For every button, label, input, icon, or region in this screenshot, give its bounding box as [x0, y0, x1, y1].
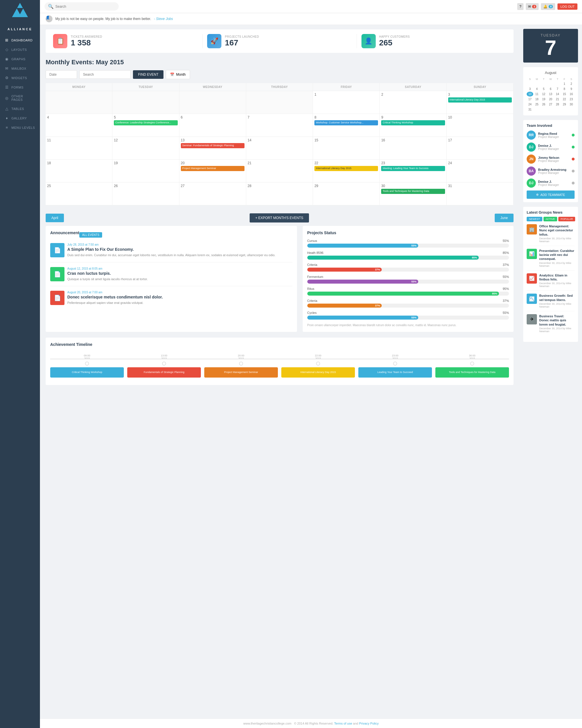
mini-cal-day[interactable]: 17 — [527, 97, 533, 102]
mini-cal-day[interactable]: 1 — [561, 81, 568, 86]
calendar-cell[interactable]: 19 — [112, 160, 179, 182]
calendar-cell[interactable]: 20Project Management Seminar — [179, 160, 246, 182]
mini-cal-day[interactable]: 14 — [554, 92, 561, 97]
calendar-cell[interactable]: 25 — [46, 182, 112, 205]
calendar-cell[interactable]: 8Workshop: Customer Service Workshop... — [313, 114, 380, 137]
mini-cal-day[interactable]: 20 — [547, 97, 554, 102]
terms-link[interactable]: Terms of use — [334, 722, 352, 725]
mini-cal-day[interactable]: 4 — [533, 86, 540, 92]
date-input[interactable] — [46, 70, 77, 79]
calendar-cell[interactable]: 21 — [246, 160, 313, 182]
mini-cal-day[interactable]: 29 — [561, 102, 568, 107]
add-teammate-button[interactable]: ⊕ ADD TEAMMATE — [527, 190, 575, 199]
calendar-cell[interactable]: 2 — [380, 91, 446, 114]
calendar-cell[interactable]: 14 — [246, 137, 313, 160]
mini-cal-day[interactable]: 24 — [527, 102, 533, 107]
calendar-event[interactable]: Tools and Techniques for Mastering Data — [381, 189, 445, 194]
calendar-cell[interactable]: 4 — [46, 114, 112, 137]
privacy-link[interactable]: Privacy Policy — [359, 722, 379, 725]
calendar-cell[interactable]: 7 — [246, 114, 313, 137]
mini-cal-day[interactable]: 12 — [541, 92, 547, 97]
mini-cal-day[interactable]: 3 — [527, 86, 533, 92]
calendar-cell[interactable]: 11 — [46, 137, 112, 160]
calendar-cell[interactable]: 5Conference: Leadership Strategies Confe… — [112, 114, 179, 137]
mini-cal-day[interactable]: 30 — [568, 102, 575, 107]
calendar-cell[interactable]: 30Tools and Techniques for Mastering Dat… — [380, 182, 446, 205]
calendar-event[interactable]: Workshop: Customer Service Workshop... — [314, 120, 378, 125]
calendar-cell[interactable]: 17 — [447, 137, 514, 160]
sidebar-item-graphs[interactable]: ◉GRAPHS — [0, 54, 40, 64]
news-tab-popular[interactable]: POPULAR — [558, 217, 575, 222]
calendar-event[interactable]: International Literacy Day 2015 — [448, 97, 512, 103]
mini-cal-day[interactable]: 22 — [561, 97, 568, 102]
calendar-event[interactable]: Meeting: Leading Your Team to Success — [381, 166, 445, 171]
mini-cal-day[interactable]: 28 — [554, 102, 561, 107]
mini-cal-day[interactable]: 25 — [533, 102, 540, 107]
prev-month-button[interactable]: April — [46, 214, 64, 222]
calendar-cell[interactable]: 6 — [179, 114, 246, 137]
calendar-cell[interactable]: 24 — [447, 160, 514, 182]
mini-cal-day[interactable]: 13 — [547, 92, 554, 97]
news-tab-newest[interactable]: NEWEST — [527, 217, 542, 222]
calendar-cell[interactable]: 27 — [179, 182, 246, 205]
calendar-event[interactable]: International Literacy Day 2015 — [314, 166, 378, 171]
sidebar-item-forms[interactable]: ☰FORMS — [0, 82, 40, 92]
mini-cal-day[interactable]: 23 — [568, 97, 575, 102]
sidebar-item-widgets[interactable]: ⚙WIDGETS — [0, 73, 40, 82]
help-button[interactable]: ? — [517, 3, 524, 10]
mini-cal-day[interactable]: 9 — [568, 86, 575, 92]
calendar-cell[interactable]: 13Seminar: Fundamentals of Strategic Pla… — [179, 137, 246, 160]
calendar-event[interactable]: Project Management Seminar — [181, 166, 245, 171]
mini-cal-day[interactable]: 21 — [554, 97, 561, 102]
calendar-cell[interactable] — [246, 91, 313, 114]
calendar-cell[interactable]: 28 — [246, 182, 313, 205]
mini-cal-day[interactable]: 15 — [561, 92, 568, 97]
calendar-cell[interactable] — [179, 91, 246, 114]
mini-cal-day[interactable]: 7 — [554, 86, 561, 92]
mini-cal-day[interactable]: 10 — [527, 92, 533, 97]
calendar-cell[interactable]: 10 — [447, 114, 514, 137]
mini-cal-day[interactable]: 5 — [541, 86, 547, 92]
export-button[interactable]: + EXPORT MONTH'S EVENTS — [250, 213, 309, 223]
mini-cal-day[interactable]: 18 — [533, 97, 540, 102]
mini-cal-day[interactable]: 27 — [547, 102, 554, 107]
mini-cal-day[interactable]: 19 — [541, 97, 547, 102]
logout-button[interactable]: LOG OUT — [557, 3, 577, 10]
mini-cal-day[interactable]: 31 — [527, 107, 533, 112]
calendar-event[interactable]: Conference: Leadership Strategies Confer… — [114, 120, 177, 125]
sidebar-item-menu-levels[interactable]: ≡MENU LEVELS — [0, 123, 40, 132]
mini-cal-day[interactable]: 26 — [541, 102, 547, 107]
sidebar-item-layouts[interactable]: ◇LAYOUTS — [0, 45, 40, 54]
calendar-event[interactable]: Critical Thinking Workshop — [381, 120, 445, 125]
sidebar-item-gallery[interactable]: ♦GALLERY — [0, 113, 40, 123]
search-input[interactable] — [55, 5, 115, 8]
calendar-cell[interactable]: 23Meeting: Leading Your Team to Success — [380, 160, 446, 182]
calendar-cell[interactable]: 22International Literacy Day 2015 — [313, 160, 380, 182]
calendar-cell[interactable]: 9Critical Thinking Workshop — [380, 114, 446, 137]
calendar-search-input[interactable] — [79, 70, 131, 79]
calendar-cell[interactable]: 26 — [112, 182, 179, 205]
month-button[interactable]: 📅 Month — [166, 70, 190, 79]
find-event-button[interactable]: FIND EVENT — [133, 70, 164, 79]
calendar-cell[interactable]: 18 — [46, 160, 112, 182]
mini-cal-day[interactable]: 6 — [547, 86, 554, 92]
news-tab-active[interactable]: ACTIVE — [544, 217, 557, 222]
mini-cal-day[interactable]: 16 — [568, 92, 575, 97]
next-month-button[interactable]: June — [495, 214, 514, 222]
calendar-cell[interactable] — [112, 91, 179, 114]
calendar-cell[interactable]: 12 — [112, 137, 179, 160]
sidebar-item-other-pages[interactable]: ◎OTHER PAGES — [0, 92, 40, 104]
sidebar-item-mailbox[interactable]: ✉MAILBOX — [0, 64, 40, 73]
all-events-button[interactable]: ALL EVENTS — [79, 232, 102, 238]
mini-cal-day[interactable]: 2 — [568, 81, 575, 86]
mini-cal-day[interactable]: 11 — [533, 92, 540, 97]
calendar-cell[interactable]: 3International Literacy Day 2015 — [447, 91, 514, 114]
calendar-cell[interactable]: 1 — [313, 91, 380, 114]
sidebar-item-dashboard[interactable]: ⊞DASHBOARD — [0, 35, 40, 45]
mail-button[interactable]: ✉ 3 — [526, 3, 538, 10]
calendar-cell[interactable] — [46, 91, 112, 114]
bell-button[interactable]: 🔔 8 — [541, 3, 555, 10]
sidebar-item-tables[interactable]: △TABLES — [0, 104, 40, 113]
calendar-cell[interactable]: 29 — [313, 182, 380, 205]
calendar-cell[interactable]: 31 — [447, 182, 514, 205]
